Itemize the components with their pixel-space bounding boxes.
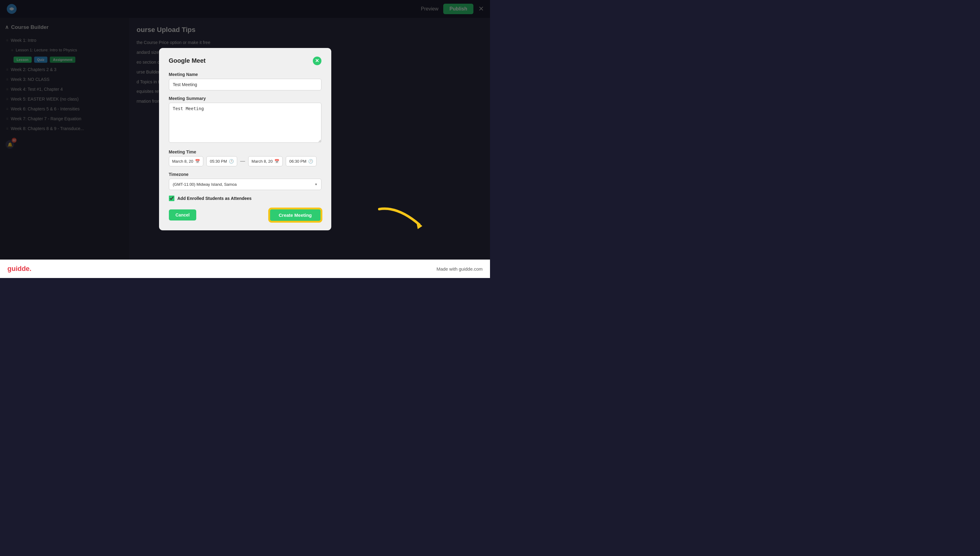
end-date-value: March 8, 20 <box>252 159 273 163</box>
start-date-value: March 8, 20 <box>172 159 194 163</box>
clock-icon-end: 🕐 <box>308 159 313 163</box>
end-date-input[interactable]: March 8, 20 📅 <box>248 156 283 166</box>
timezone-select-wrapper: (GMT-11:00) Midway Island, Samoa <box>169 179 322 190</box>
start-time-value: 05:30 PM <box>210 159 227 163</box>
modal-close-button[interactable]: ✕ <box>313 57 322 65</box>
meeting-summary-group: Meeting Summary <box>169 96 322 144</box>
guidde-logo: guidde. <box>7 265 31 273</box>
meeting-time-group: Meeting Time March 8, 20 📅 05:30 PM 🕐 — … <box>169 149 322 166</box>
meeting-name-label: Meeting Name <box>169 72 322 77</box>
modal-overlay: Google Meet ✕ Meeting Name Meeting Summa… <box>0 0 490 278</box>
end-time-value: 06:30 PM <box>289 159 306 163</box>
attendees-checkbox[interactable] <box>169 196 175 201</box>
meeting-name-group: Meeting Name <box>169 72 322 91</box>
modal-title: Google Meet <box>169 57 206 64</box>
calendar-icon: 📅 <box>195 159 200 163</box>
meeting-time-label: Meeting Time <box>169 149 322 154</box>
google-meet-modal: Google Meet ✕ Meeting Name Meeting Summa… <box>159 48 331 230</box>
attendees-group: Add Enrolled Students as Attendees <box>169 196 322 201</box>
time-row: March 8, 20 📅 05:30 PM 🕐 — March 8, 20 📅… <box>169 156 322 166</box>
calendar-icon-end: 📅 <box>274 159 279 163</box>
timezone-label: Timezone <box>169 172 322 177</box>
start-date-input[interactable]: March 8, 20 📅 <box>169 156 204 166</box>
meeting-summary-textarea[interactable] <box>169 103 322 143</box>
modal-header: Google Meet ✕ <box>169 57 322 65</box>
cancel-button[interactable]: Cancel <box>169 209 197 220</box>
bottom-bar: guidde. Made with guidde.com <box>0 260 490 278</box>
timezone-group: Timezone (GMT-11:00) Midway Island, Samo… <box>169 172 322 190</box>
start-time-input[interactable]: 05:30 PM 🕐 <box>206 156 237 166</box>
time-dash: — <box>240 158 245 164</box>
made-with-text: Made with guidde.com <box>437 266 483 272</box>
end-time-input[interactable]: 06:30 PM 🕐 <box>286 156 317 166</box>
attendees-label: Add Enrolled Students as Attendees <box>178 196 252 201</box>
meeting-name-input[interactable] <box>169 79 322 91</box>
clock-icon: 🕐 <box>229 159 234 163</box>
create-meeting-button[interactable]: Create Meeting <box>269 208 322 222</box>
modal-footer: Cancel Create Meeting <box>169 208 322 222</box>
meeting-summary-label: Meeting Summary <box>169 96 322 101</box>
timezone-select[interactable]: (GMT-11:00) Midway Island, Samoa <box>169 179 322 190</box>
